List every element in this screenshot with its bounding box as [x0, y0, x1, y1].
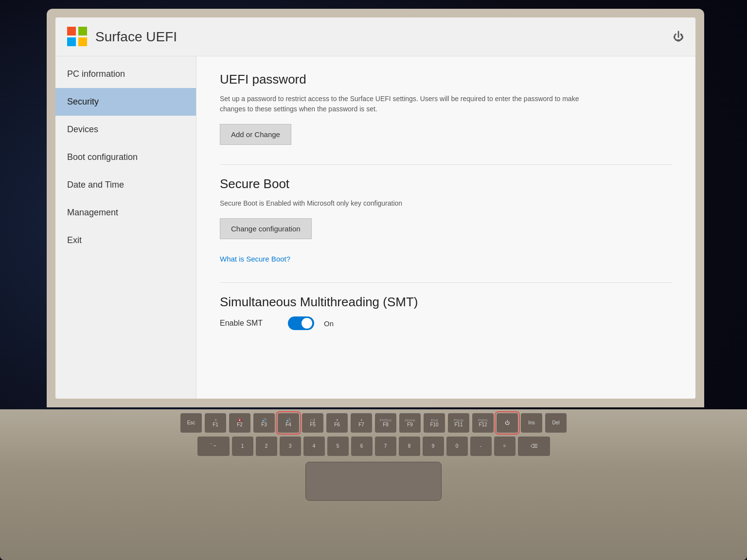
key-9[interactable]: 9 — [423, 437, 444, 456]
logo-blue — [67, 37, 76, 46]
key-1[interactable]: 1 — [232, 437, 253, 456]
key-6[interactable]: 6 — [351, 437, 373, 456]
sidebar-item-exit[interactable]: Exit — [55, 227, 196, 254]
sidebar-item-management[interactable]: Management — [55, 199, 196, 227]
uefi-password-title: UEFI password — [220, 72, 672, 87]
key-7[interactable]: 7 — [375, 437, 396, 456]
key-ins[interactable]: Ins — [521, 413, 542, 433]
toggle-thumb — [302, 318, 312, 329]
laptop-frame: Surface UEFI ⏻ PC information Security D… — [47, 9, 704, 407]
divider-1 — [220, 164, 672, 165]
keyboard-area: Esc ☀ F1 🔇 F2 🔊 F3 🔊 F4 ▷‖ F5 ✦ F6 ✶ F7 — [0, 409, 747, 560]
what-is-secure-boot-link[interactable]: What is Secure Boot? — [220, 255, 290, 263]
smt-toggle-switch[interactable] — [288, 316, 314, 330]
key-f8-prtscn[interactable]: PrtScn F8 — [375, 413, 396, 433]
uefi-header: Surface UEFI ⏻ — [55, 18, 695, 56]
key-f7[interactable]: ✶ F7 — [351, 413, 372, 433]
key-backspace[interactable]: ⌫ — [518, 437, 550, 456]
key-0[interactable]: 0 — [446, 437, 468, 456]
key-f1[interactable]: ☀ F1 — [205, 413, 226, 433]
uefi-password-desc: Set up a password to restrict access to … — [220, 94, 589, 114]
secure-boot-title: Secure Boot — [220, 176, 672, 192]
microsoft-logo — [67, 27, 88, 47]
key-8[interactable]: 8 — [399, 437, 420, 456]
add-or-change-button[interactable]: Add or Change — [220, 124, 291, 145]
key-minus[interactable]: - — [470, 437, 492, 456]
logo-yellow — [78, 37, 87, 46]
key-5[interactable]: 5 — [327, 437, 349, 456]
change-configuration-button[interactable]: Change configuration — [220, 218, 312, 239]
key-f5[interactable]: ▷‖ F5 — [302, 413, 323, 433]
uefi-password-section: UEFI password Set up a password to restr… — [220, 72, 672, 160]
key-f9-home[interactable]: Home F9 — [399, 413, 421, 433]
smt-toggle-label: Enable SMT — [220, 319, 278, 328]
logo-red — [67, 27, 76, 35]
key-f6[interactable]: ✦ F6 — [326, 413, 348, 433]
header-icon: ⏻ — [673, 31, 684, 43]
touchpad[interactable] — [305, 462, 442, 501]
keyboard-fn-row: Esc ☀ F1 🔇 F2 🔊 F3 🔊 F4 ▷‖ F5 ✦ F6 ✶ F7 — [0, 409, 747, 435]
divider-2 — [220, 282, 672, 283]
main-panel: UEFI password Set up a password to restr… — [196, 56, 695, 399]
logo-green — [78, 27, 87, 35]
sidebar: PC information Security Devices Boot con… — [55, 56, 196, 399]
uefi-body: PC information Security Devices Boot con… — [55, 56, 695, 399]
sidebar-item-boot-configuration[interactable]: Boot configuration — [55, 143, 196, 171]
smt-toggle-state: On — [324, 319, 334, 328]
key-del[interactable]: Del — [545, 413, 567, 433]
app-title: Surface UEFI — [95, 29, 673, 45]
smt-title: Simultaneous Multithreading (SMT) — [220, 295, 672, 310]
sidebar-item-devices[interactable]: Devices — [55, 116, 196, 143]
key-equals[interactable]: = — [494, 437, 516, 456]
sidebar-item-security[interactable]: Security — [55, 88, 196, 116]
key-f10-end[interactable]: End F10 — [424, 413, 445, 433]
smt-toggle-row: Enable SMT On — [220, 316, 672, 330]
sidebar-item-date-and-time[interactable]: Date and Time — [55, 171, 196, 199]
secure-boot-section: Secure Boot Secure Boot is Enabled with … — [220, 176, 672, 279]
sidebar-item-pc-information[interactable]: PC information — [55, 60, 196, 88]
key-f2[interactable]: 🔇 F2 — [229, 413, 250, 433]
key-f11-pgup[interactable]: PgUp F11 — [448, 413, 469, 433]
secure-boot-desc: Secure Boot is Enabled with Microsoft on… — [220, 198, 589, 209]
key-3[interactable]: 3 — [280, 437, 301, 456]
key-2[interactable]: 2 — [256, 437, 277, 456]
key-backtick[interactable]: ` ~ — [197, 437, 230, 456]
key-f3[interactable]: 🔊 F3 — [253, 413, 275, 433]
laptop-screen: Surface UEFI ⏻ PC information Security D… — [55, 18, 695, 399]
key-4[interactable]: 4 — [303, 437, 325, 456]
key-esc[interactable]: Esc — [180, 413, 202, 433]
keyboard-row-2: ` ~ 1 2 3 4 5 6 7 8 9 0 - = ⌫ — [0, 435, 747, 458]
key-power[interactable]: ⏻ — [497, 413, 518, 433]
smt-section: Simultaneous Multithreading (SMT) Enable… — [220, 295, 672, 330]
key-f4-volume[interactable]: 🔊 F4 — [278, 413, 299, 433]
key-f12-pgdn[interactable]: PgDn F12 — [472, 413, 494, 433]
